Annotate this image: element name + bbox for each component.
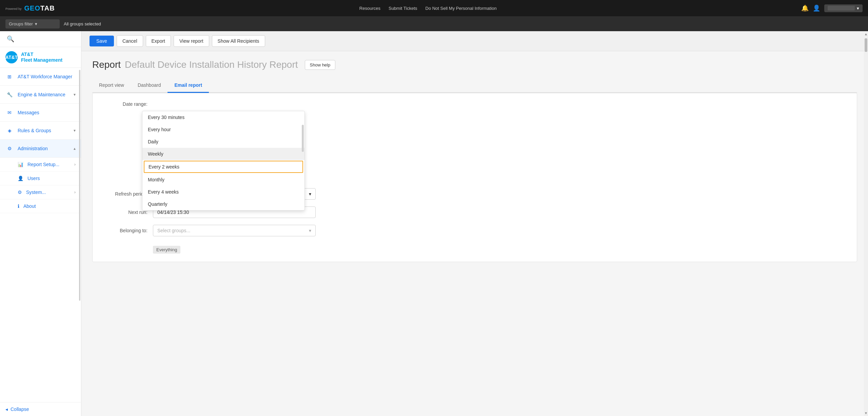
scroll-up-icon[interactable]: ▲: [863, 31, 868, 37]
rules-chevron-icon: ▾: [74, 128, 76, 133]
system-label: System...: [26, 190, 46, 195]
administration-icon: ⚙: [5, 144, 14, 153]
export-button[interactable]: Export: [146, 35, 171, 47]
dropdown-item-monthly[interactable]: Monthly: [142, 174, 304, 186]
report-setup-chevron-icon: ›: [74, 162, 76, 167]
scroll-down-icon[interactable]: ▼: [863, 410, 868, 416]
messages-icon: ✉: [5, 108, 14, 117]
sidebar-item-messages[interactable]: ✉ Messages: [0, 104, 81, 122]
sidebar-item-about[interactable]: ℹ About: [0, 199, 81, 213]
dropdown-item-quarterly[interactable]: Quarterly: [142, 198, 304, 210]
main-layout: 🔍 AT&T AT&TFleet Management ⊞ AT&T Workf…: [0, 31, 868, 416]
date-range-row: Date range:: [103, 101, 846, 107]
show-all-recipients-button[interactable]: Show All Recipients: [212, 35, 265, 47]
users-icon: 👤: [18, 176, 23, 181]
sidebar-item-workforce[interactable]: ⊞ AT&T Workforce Manager: [0, 68, 81, 86]
geotab-logo: GEOTAB: [24, 4, 55, 12]
toolbar: Save Cancel Export View report Show All …: [81, 31, 868, 51]
show-help-button[interactable]: Show help: [305, 60, 336, 70]
about-label: About: [23, 203, 36, 209]
groups-selected-text: All groups selected: [64, 21, 101, 26]
users-label: Users: [27, 176, 40, 181]
sidebar-item-administration[interactable]: ⚙ Administration ▴: [0, 140, 81, 158]
report-setup-label: Report Setup...: [27, 162, 59, 167]
refresh-period-dropdown[interactable]: Every 30 minutes Every hour Daily Weekly…: [142, 111, 305, 211]
dropdown-item-2weeks[interactable]: Every 2 weeks: [144, 161, 303, 173]
do-not-sell-link[interactable]: Do Not Sell My Personal Information: [426, 6, 497, 11]
about-icon: ℹ: [18, 203, 19, 209]
messages-label: Messages: [18, 110, 39, 115]
tab-report-view[interactable]: Report view: [92, 78, 131, 93]
dropdown-item-weekly[interactable]: Weekly: [142, 148, 304, 160]
user-icon[interactable]: 👤: [813, 4, 820, 12]
nav-right: 🔔 👤 ▾: [801, 4, 863, 12]
collapse-button[interactable]: ◂ Collapse: [0, 402, 81, 416]
workforce-icon: ⊞: [5, 73, 14, 81]
belonging-to-chevron-icon: ▾: [309, 228, 311, 233]
rules-icon: ◈: [5, 126, 14, 135]
user-menu-chevron-icon: ▾: [857, 6, 859, 11]
save-button[interactable]: Save: [90, 36, 114, 46]
sidebar-item-rules[interactable]: ◈ Rules & Groups ▾: [0, 122, 81, 140]
belonging-to-row: Belonging to: Select groups... ▾: [103, 225, 846, 236]
groups-filter-bar: Groups filter ▾ All groups selected: [0, 16, 868, 31]
sidebar-item-system[interactable]: ⚙ System... ›: [0, 185, 81, 199]
view-report-button[interactable]: View report: [174, 35, 209, 47]
dropdown-scrollbar: [302, 125, 304, 152]
sidebar-search-area: 🔍: [0, 31, 81, 47]
submit-tickets-link[interactable]: Submit Tickets: [389, 6, 417, 11]
nav-links: Resources Submit Tickets Do Not Sell My …: [359, 6, 497, 11]
sidebar-item-report-setup[interactable]: 📊 Report Setup... ›: [0, 158, 81, 172]
sidebar-brand: AT&T AT&TFleet Management: [0, 47, 81, 68]
sidebar: 🔍 AT&T AT&TFleet Management ⊞ AT&T Workf…: [0, 31, 81, 416]
report-title-area: Report Default Device Installation Histo…: [92, 59, 857, 70]
administration-label: Administration: [18, 146, 48, 151]
search-icon[interactable]: 🔍: [4, 33, 17, 45]
resources-link[interactable]: Resources: [359, 6, 380, 11]
rules-label: Rules & Groups: [18, 128, 51, 133]
tab-email-report[interactable]: Email report: [167, 78, 209, 93]
dropdown-item-hour[interactable]: Every hour: [142, 123, 304, 136]
sidebar-scrollbar: [79, 70, 80, 301]
report-label: Report: [92, 59, 121, 70]
groups-filter-button[interactable]: Groups filter ▾: [5, 19, 60, 28]
sidebar-item-engine[interactable]: 🔧 Engine & Maintenance ▾: [0, 86, 81, 104]
tab-dashboard[interactable]: Dashboard: [131, 78, 168, 93]
scroll-thumb[interactable]: [865, 38, 867, 52]
groups-filter-chevron-icon: ▾: [35, 21, 37, 26]
powered-by-label: Powered by: [5, 5, 22, 11]
sidebar-item-users[interactable]: 👤 Users: [0, 172, 81, 185]
belonging-to-label: Belonging to:: [103, 228, 147, 233]
main-content: Save Cancel Export View report Show All …: [81, 31, 868, 416]
collapse-label: Collapse: [11, 407, 29, 412]
dropdown-item-4weeks[interactable]: Every 4 weeks: [142, 186, 304, 198]
att-brand-icon: AT&T: [5, 51, 18, 63]
groups-filter-label: Groups filter: [9, 21, 33, 26]
belonging-to-select[interactable]: Select groups... ▾: [153, 225, 316, 236]
dropdown-item-daily[interactable]: Daily: [142, 136, 304, 148]
system-chevron-icon: ›: [74, 190, 76, 195]
user-menu[interactable]: ▾: [824, 4, 863, 12]
everything-badge: Everything: [153, 246, 180, 254]
dropdown-item-30min[interactable]: Every 30 minutes: [142, 111, 304, 123]
page-content-area: Report Default Device Installation Histo…: [81, 51, 868, 270]
administration-chevron-icon: ▴: [74, 146, 76, 151]
notification-bell-icon[interactable]: 🔔: [801, 4, 809, 12]
report-setup-icon: 📊: [18, 162, 23, 167]
system-icon: ⚙: [18, 190, 22, 195]
brand-text: AT&TFleet Management: [21, 52, 62, 63]
tabs-bar: Report view Dashboard Email report: [92, 78, 857, 93]
report-name: Default Device Installation History Repo…: [125, 59, 298, 70]
belonging-to-placeholder: Select groups...: [157, 228, 190, 233]
main-scrollbar[interactable]: ▲ ▼: [864, 31, 868, 416]
engine-icon: 🔧: [5, 91, 14, 99]
form-section: Date range: Every 30 minutes Every hour …: [92, 93, 857, 262]
next-run-label: Next run:: [103, 210, 147, 215]
refresh-period-chevron-icon: ▾: [309, 191, 311, 197]
workforce-label: AT&T Workforce Manager: [18, 74, 72, 79]
top-navigation: Powered by GEOTAB Resources Submit Ticke…: [0, 0, 868, 16]
cancel-button[interactable]: Cancel: [117, 35, 143, 47]
collapse-icon: ◂: [5, 407, 8, 412]
logo-area: Powered by GEOTAB: [5, 4, 55, 12]
engine-label: Engine & Maintenance: [18, 92, 65, 97]
